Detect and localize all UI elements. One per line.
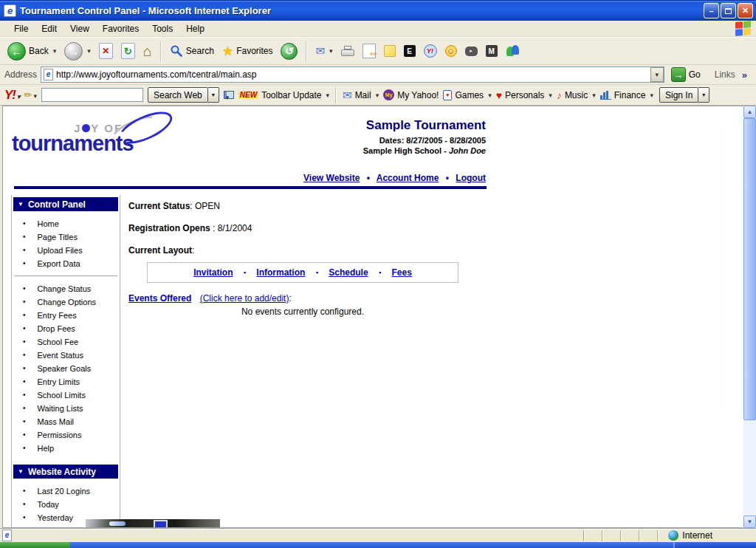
forward-button[interactable]: →: [61, 41, 94, 62]
sidebar-item-event-status[interactable]: •Event Status: [13, 349, 119, 362]
sidebar-item-school-limits[interactable]: •School Limits: [13, 388, 119, 402]
search-icon: [170, 44, 183, 58]
encarta-e-icon: E: [404, 45, 416, 57]
sidebar-item-page-titles[interactable]: •Page Titles: [13, 230, 119, 244]
sidebar-item-change-options[interactable]: •Change Options: [13, 295, 119, 309]
mail-button[interactable]: ✉: [312, 43, 335, 59]
back-icon: ←: [7, 42, 26, 61]
sidebar-item-change-status[interactable]: •Change Status: [13, 282, 119, 295]
sidebar-item-help[interactable]: •Help: [13, 442, 119, 455]
menu-favorites[interactable]: Favorites: [96, 22, 145, 35]
registration-opens-value: : 8/1/2004: [210, 223, 252, 233]
events-add-edit-link[interactable]: (Click here to add/edit): [200, 293, 289, 304]
print-button[interactable]: [338, 44, 357, 58]
go-button[interactable]: → Go: [668, 67, 704, 82]
nav-bullet: •: [446, 173, 449, 183]
yahoo-services-button[interactable]: Y!: [421, 43, 440, 59]
sign-in-dropdown[interactable]: ▾: [698, 87, 709, 103]
personals-button[interactable]: ♥ Personals: [496, 89, 552, 101]
yahoo-logo[interactable]: Y!: [4, 88, 20, 103]
address-input[interactable]: e http://www.joyoftournaments.com/tcentr…: [41, 66, 664, 83]
sidebar-item-entry-fees[interactable]: •Entry Fees: [13, 309, 119, 322]
links-chevron-icon[interactable]: »: [742, 69, 747, 81]
search-web-dropdown[interactable]: ▾: [208, 87, 219, 103]
sidebar-item-drop-fees[interactable]: •Drop Fees: [13, 322, 119, 335]
yahoo-apps-icon[interactable]: [224, 91, 234, 99]
tournament-name: Sample Tournament: [363, 118, 486, 133]
back-button[interactable]: ← Back: [4, 41, 59, 62]
menu-edit[interactable]: Edit: [35, 22, 63, 35]
taskbar-edge: [0, 542, 756, 548]
events-offered-link[interactable]: Events Offered: [128, 293, 191, 304]
menu-file[interactable]: File: [7, 22, 35, 35]
sign-in-button[interactable]: Sign In: [659, 87, 698, 103]
pencil-icon[interactable]: ✏: [24, 89, 37, 100]
search-button[interactable]: Search: [167, 43, 217, 59]
notes-button[interactable]: [381, 44, 399, 58]
logout-link[interactable]: Logout: [456, 173, 486, 183]
sidebar-item-last-20-logins[interactable]: •Last 20 Logins: [13, 484, 119, 498]
sidebar-item-waiting-lists[interactable]: •Waiting Lists: [13, 402, 119, 415]
history-button[interactable]: ↺: [278, 41, 300, 61]
refresh-button[interactable]: ↻: [118, 41, 138, 61]
my-yahoo-button[interactable]: My My Yahoo!: [383, 89, 439, 100]
edit-page-icon: [362, 44, 376, 58]
scrollbar-track[interactable]: [743, 118, 756, 516]
sidebar-item-export-data[interactable]: •Export Data: [13, 257, 119, 270]
information-link[interactable]: Information: [256, 267, 305, 278]
menu-help[interactable]: Help: [179, 22, 211, 35]
invitation-link[interactable]: Invitation: [193, 267, 233, 278]
edit-button[interactable]: [360, 42, 379, 60]
search-label: Search: [186, 46, 214, 56]
sidebar-item-mass-mail[interactable]: •Mass Mail: [13, 415, 119, 428]
yahoo-mail-button[interactable]: ✉ Mail: [343, 89, 379, 102]
scroll-down-button[interactable]: ▼: [743, 516, 756, 528]
messenger-bubble-button[interactable]: ▸: [462, 45, 481, 58]
links-label[interactable]: Links: [715, 69, 735, 80]
current-status-label: Current Status: [128, 201, 190, 211]
finance-button[interactable]: Finance: [600, 90, 653, 100]
schedule-link[interactable]: Schedule: [329, 267, 368, 278]
encarta-button[interactable]: E: [401, 44, 419, 58]
view-website-link[interactable]: View Website: [303, 173, 360, 183]
sidebar-item-school-fee[interactable]: •School Fee: [13, 335, 119, 349]
layout-bullet: ▪: [316, 269, 318, 276]
vertical-scrollbar[interactable]: ▲ ▼: [743, 106, 756, 528]
toolbar-update-button[interactable]: NEW Toolbar Update: [238, 90, 329, 100]
sidebar-item-today[interactable]: •Today: [13, 498, 119, 511]
scrollbar-thumb[interactable]: [743, 118, 756, 420]
account-home-link[interactable]: Account Home: [377, 173, 439, 183]
menu-view[interactable]: View: [63, 22, 96, 35]
favorites-button[interactable]: ★ Favorites: [219, 42, 276, 61]
website-activity-header[interactable]: ▼ Website Activity: [13, 465, 118, 479]
sidebar-item-home[interactable]: •Home: [13, 217, 119, 230]
bullet-icon: •: [23, 298, 26, 306]
home-button[interactable]: ⌂: [140, 42, 155, 60]
start-button-edge[interactable]: [0, 542, 70, 548]
stop-button[interactable]: ✕: [96, 41, 116, 61]
sidebar-item-permissions[interactable]: •Permissions: [13, 428, 119, 442]
layout-bullet: ▪: [379, 269, 381, 276]
fees-link[interactable]: Fees: [392, 267, 412, 278]
scroll-up-button[interactable]: ▲: [743, 106, 756, 118]
layout-links-box: Invitation ▪ Information ▪ Schedule ▪ Fe…: [147, 262, 458, 283]
sidebar-item-upload-files[interactable]: •Upload Files: [13, 244, 119, 257]
games-button[interactable]: ♥ Games: [443, 90, 491, 100]
music-button[interactable]: ♪ Music: [557, 89, 596, 101]
yahoo-search-input[interactable]: [41, 88, 143, 102]
close-button[interactable]: ✕: [738, 3, 753, 18]
search-web-button[interactable]: Search Web: [148, 87, 208, 103]
address-dropdown-button[interactable]: ▾: [650, 67, 664, 82]
layout-bullet: ▪: [244, 269, 246, 276]
control-panel-header[interactable]: ▼ Control Panel: [13, 197, 118, 211]
minimize-button[interactable]: –: [704, 3, 719, 18]
standard-toolbar: ← Back → ✕ ↻ ⌂ Search ★ Favorites ↺ ✉: [0, 37, 756, 65]
current-layout-row: Current Layout:: [128, 245, 468, 256]
restore-button[interactable]: [721, 3, 736, 18]
yahoo-messenger-button[interactable]: ☺: [442, 44, 460, 58]
media-button[interactable]: M: [483, 44, 501, 58]
sidebar-item-speaker-goals[interactable]: •Speaker Goals: [13, 362, 119, 375]
menu-tools[interactable]: Tools: [145, 22, 179, 35]
msn-messenger-button[interactable]: [503, 44, 523, 58]
sidebar-item-entry-limits[interactable]: •Entry Limits: [13, 375, 119, 388]
